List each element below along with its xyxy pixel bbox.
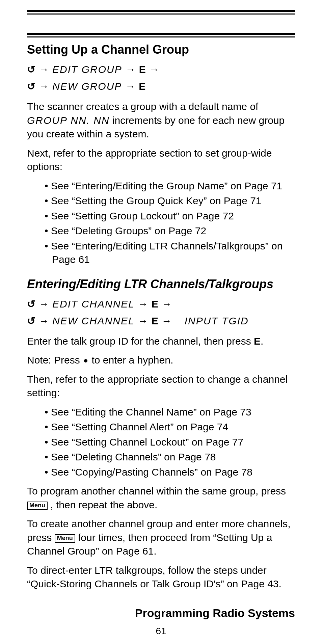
list-item: See “Setting Channel Lockout” on Page 77: [45, 435, 295, 449]
scroll-icon: ↻: [27, 64, 35, 75]
scroll-icon: ↻: [27, 81, 35, 91]
lcd-text: GROUP NN. NN: [27, 115, 110, 126]
text: To program another channel within the sa…: [27, 485, 286, 497]
lcd-text: NEW CHANNEL: [52, 313, 135, 329]
arrow-icon: →: [125, 81, 135, 91]
nav-sequence-2a: ↻ → EDIT CHANNEL → E →: [27, 296, 295, 312]
arrow-icon: →: [39, 299, 49, 309]
arrow-icon: →: [162, 316, 172, 326]
dot-icon: [84, 359, 87, 363]
text: to enter a hyphen.: [89, 354, 173, 366]
footer-section-title: Programming Radio Systems: [27, 607, 295, 620]
scroll-icon: ↻: [27, 316, 35, 326]
list-item: See “Entering/Editing the Group Name” on…: [45, 179, 295, 193]
nav-sequence-1b: ↻ → NEW GROUP → E: [27, 78, 295, 95]
note: Note: Press to enter a hyphen.: [27, 353, 295, 367]
list-item: See “Setting Group Lockout” on Page 72: [45, 209, 295, 223]
list-item: See “Entering/Editing LTR Channels/Talkg…: [45, 239, 295, 267]
lcd-text: INPUT TGID: [185, 313, 249, 329]
heading-ltr-channels: Entering/Editing LTR Channels/Talkgroups: [27, 277, 295, 291]
reference-list-1: See “Entering/Editing the Group Name” on…: [27, 179, 295, 267]
list-item: See “Setting Channel Alert” on Page 74: [45, 420, 295, 434]
menu-key-icon: Menu: [55, 534, 75, 543]
e-key: E: [254, 336, 261, 347]
arrow-icon: →: [138, 316, 148, 326]
page-number: 61: [27, 626, 295, 637]
lcd-text: EDIT GROUP: [52, 61, 122, 78]
e-key: E: [152, 296, 158, 312]
arrow-icon: →: [138, 299, 148, 309]
lcd-text: NEW GROUP: [52, 78, 122, 95]
list-item: See “Deleting Groups” on Page 72: [45, 224, 295, 238]
arrow-icon: →: [39, 64, 49, 75]
e-key: E: [139, 78, 145, 95]
nav-sequence-2b: ↻ → NEW CHANNEL → E → INPUT TGID: [27, 313, 295, 329]
paragraph: The scanner creates a group with a defau…: [27, 100, 295, 141]
arrow-icon: →: [39, 81, 49, 91]
arrow-icon: →: [126, 64, 136, 75]
paragraph: Next, refer to the appropriate section t…: [27, 146, 295, 174]
lcd-text: EDIT CHANNEL: [52, 296, 135, 312]
e-key: E: [139, 61, 146, 78]
list-item: See “Setting the Group Quick Key” on Pag…: [45, 194, 295, 208]
paragraph: To direct-enter LTR talkgroups, follow t…: [27, 564, 295, 591]
scroll-icon: ↻: [27, 299, 35, 309]
text: , then repeat the above.: [48, 499, 157, 510]
menu-key-icon: Menu: [27, 502, 48, 510]
rule-top-2: [27, 33, 295, 37]
text: Enter the talk group ID for the channel,…: [27, 336, 254, 347]
text: Note: Press: [27, 354, 83, 366]
paragraph: Enter the talk group ID for the channel,…: [27, 334, 295, 348]
paragraph: To create another channel group and ente…: [27, 517, 295, 558]
arrow-icon: →: [149, 64, 159, 75]
manual-page: Setting Up a Channel Group ↻ → EDIT GROU…: [0, 0, 322, 644]
paragraph: Then, refer to the appropriate section t…: [27, 373, 295, 400]
list-item: See “Editing the Channel Name” on Page 7…: [45, 405, 295, 419]
rule-top-1: [27, 10, 295, 15]
arrow-icon: →: [162, 299, 172, 309]
arrow-icon: →: [39, 316, 49, 326]
text: .: [261, 336, 263, 347]
text: The scanner creates a group with a defau…: [27, 101, 258, 112]
e-key: E: [152, 313, 158, 329]
heading-channel-group: Setting Up a Channel Group: [27, 42, 295, 57]
nav-sequence-1a: ↻ → EDIT GROUP → E →: [27, 61, 295, 78]
paragraph: To program another channel within the sa…: [27, 484, 295, 512]
list-item: See “Copying/Pasting Channels” on Page 7…: [45, 465, 295, 479]
list-item: See “Deleting Channels” on Page 78: [45, 450, 295, 464]
reference-list-2: See “Editing the Channel Name” on Page 7…: [27, 405, 295, 479]
